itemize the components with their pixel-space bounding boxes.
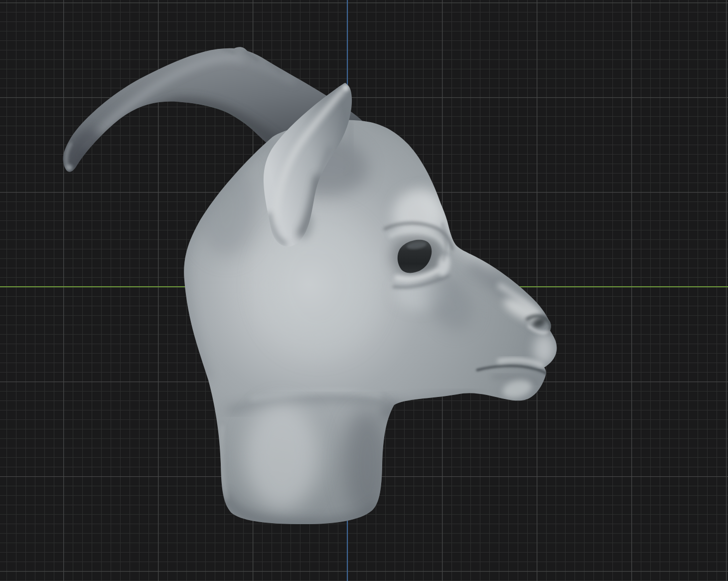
highlight-muzzle-front: [533, 334, 555, 364]
viewport-canvas[interactable]: [0, 0, 728, 581]
highlight-neck-front: [244, 401, 319, 511]
horn-tip-highlight: [66, 165, 72, 171]
